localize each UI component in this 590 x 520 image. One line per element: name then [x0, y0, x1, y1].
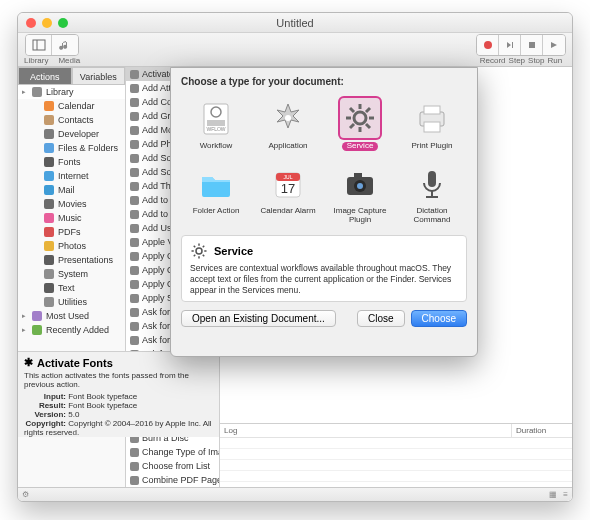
- doc-type-service[interactable]: Service: [325, 93, 395, 154]
- doc-type-label: Workflow: [200, 142, 233, 151]
- svg-point-8: [285, 115, 291, 121]
- toolbar-label-library: Library: [24, 56, 48, 65]
- library-item[interactable]: PDFs: [18, 225, 125, 239]
- library-item-label: Files & Folders: [58, 143, 118, 153]
- library-item[interactable]: Files & Folders: [18, 141, 125, 155]
- new-document-dialog: Choose a type for your document: WFLOWWo…: [170, 67, 478, 357]
- log-col-log: Log: [220, 424, 512, 437]
- doc-type-workflow[interactable]: WFLOWWorkflow: [181, 93, 251, 154]
- media-toggle[interactable]: [52, 35, 78, 55]
- library-item[interactable]: Fonts: [18, 155, 125, 169]
- folder-icon: [44, 283, 54, 293]
- library-item-label: System: [58, 269, 88, 279]
- doc-type-application[interactable]: Application: [253, 93, 323, 154]
- library-item-label: Presentations: [58, 255, 113, 265]
- svg-text:JUL: JUL: [284, 174, 293, 180]
- doc-type-image-capture[interactable]: Image Capture Plugin: [325, 158, 395, 228]
- doc-type-folder-action[interactable]: Folder Action: [181, 158, 251, 228]
- action-icon: [130, 98, 139, 107]
- type-description-box: Service Services are contextual workflow…: [181, 235, 467, 302]
- svg-text:17: 17: [281, 181, 295, 196]
- log-pane: LogDuration: [220, 423, 572, 487]
- automator-window: Untitled LibraryMedia RecordStepStopRun …: [17, 12, 573, 502]
- folder-icon: [44, 199, 54, 209]
- library-item-label: Developer: [58, 129, 99, 139]
- library-item[interactable]: Calendar: [18, 99, 125, 113]
- action-icon: [130, 182, 139, 191]
- library-item-label: Library: [46, 87, 74, 97]
- folder-icon: [44, 115, 54, 125]
- action-row[interactable]: Change Type of Images: [126, 445, 219, 459]
- folder-icon: [44, 101, 54, 111]
- library-item[interactable]: Developer: [18, 127, 125, 141]
- svg-text:WFLOW: WFLOW: [206, 126, 225, 132]
- library-item-label: Recently Added: [46, 325, 109, 335]
- stop-button[interactable]: [521, 35, 543, 55]
- svg-rect-28: [354, 173, 362, 178]
- status-bar: ⚙ ▦ ≡: [18, 487, 572, 501]
- folder-icon: [44, 129, 54, 139]
- svg-line-40: [203, 246, 205, 248]
- action-icon: [130, 154, 139, 163]
- action-icon: [130, 252, 139, 261]
- close-button[interactable]: Close: [357, 310, 405, 327]
- action-icon: [130, 476, 139, 485]
- step-button[interactable]: [499, 35, 521, 55]
- action-icon: [130, 168, 139, 177]
- library-item-label: Most Used: [46, 311, 89, 321]
- library-item[interactable]: Utilities: [18, 295, 125, 309]
- svg-rect-0: [33, 40, 45, 50]
- library-item-label: Internet: [58, 171, 89, 181]
- library-item-label: Movies: [58, 199, 87, 209]
- library-item[interactable]: Mail: [18, 183, 125, 197]
- svg-point-9: [354, 112, 366, 124]
- library-item[interactable]: Presentations: [18, 253, 125, 267]
- library-item[interactable]: System: [18, 267, 125, 281]
- action-label: Choose from List: [142, 461, 210, 471]
- doc-type-label: Print Plugin: [412, 142, 453, 151]
- open-existing-button[interactable]: Open an Existing Document...: [181, 310, 336, 327]
- library-item[interactable]: Text: [18, 281, 125, 295]
- folder-icon: [44, 185, 54, 195]
- library-toggle[interactable]: [26, 35, 52, 55]
- tab-variables[interactable]: Variables: [72, 67, 126, 85]
- library-item-label: Text: [58, 283, 75, 293]
- tab-actions[interactable]: Actions: [18, 67, 72, 85]
- list-icon[interactable]: ≡: [563, 490, 568, 499]
- folder-icon: [44, 297, 54, 307]
- font-icon: ✱: [24, 356, 33, 369]
- print-plugin-icon: [410, 96, 454, 140]
- library-item[interactable]: Internet: [18, 169, 125, 183]
- svg-line-39: [194, 255, 196, 257]
- choose-button[interactable]: Choose: [411, 310, 467, 327]
- library-item[interactable]: Music: [18, 211, 125, 225]
- log-col-duration: Duration: [512, 424, 572, 437]
- folder-icon: [44, 143, 54, 153]
- action-row[interactable]: Combine PDF Pages: [126, 473, 219, 487]
- record-button[interactable]: [477, 35, 499, 55]
- run-button[interactable]: [543, 35, 565, 55]
- doc-type-label: Folder Action: [193, 207, 240, 216]
- image-capture-icon: [338, 161, 382, 205]
- doc-type-print-plugin[interactable]: Print Plugin: [397, 93, 467, 154]
- library-item[interactable]: ▸Most Used: [18, 309, 125, 323]
- library-item[interactable]: ▸Library: [18, 85, 125, 99]
- action-label: Change Type of Images: [142, 447, 219, 457]
- svg-point-32: [196, 248, 202, 254]
- doc-type-label: Service: [342, 142, 379, 151]
- titlebar: Untitled: [18, 13, 572, 33]
- library-item[interactable]: Contacts: [18, 113, 125, 127]
- action-row[interactable]: Choose from List: [126, 459, 219, 473]
- folder-icon: [44, 157, 54, 167]
- library-item[interactable]: Photos: [18, 239, 125, 253]
- library-item[interactable]: ▸Recently Added: [18, 323, 125, 337]
- settings-icon[interactable]: ⚙: [22, 490, 29, 499]
- library-item[interactable]: Movies: [18, 197, 125, 211]
- doc-type-calendar-alarm[interactable]: JUL17Calendar Alarm: [253, 158, 323, 228]
- dialog-header: Choose a type for your document:: [181, 76, 467, 87]
- doc-type-dictation[interactable]: Dictation Command: [397, 158, 467, 228]
- folder-icon: [32, 311, 42, 321]
- add-icon[interactable]: ▦: [549, 490, 557, 499]
- doc-type-label: Application: [268, 142, 307, 151]
- folder-icon: [44, 241, 54, 251]
